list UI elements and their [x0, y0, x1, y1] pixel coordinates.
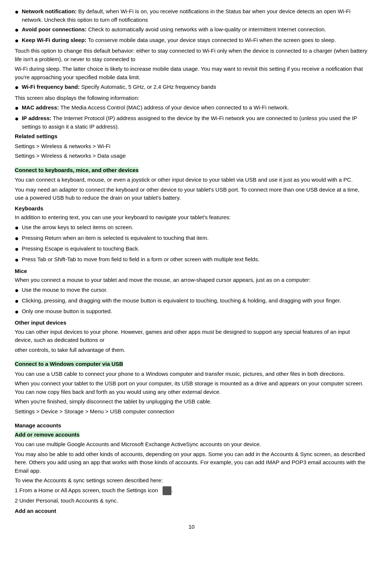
bullet-dot-6: ●	[15, 114, 19, 123]
keyboards-intro-1: You can connect a keyboard, mouse, or ev…	[15, 176, 368, 184]
windows-usb-section: Connect to a Windows computer via USB Yo…	[15, 360, 368, 416]
windows-usb-settings: Settings > Device > Storage > Menu > USB…	[15, 407, 368, 416]
bullet-dot-7: ●	[15, 223, 19, 232]
related-settings-data: Settings > Wireless & networks > Data us…	[15, 152, 368, 160]
keyboards-mice-section: Connect to keyboards, mice, and other de…	[15, 166, 368, 354]
bullet-dot-11: ●	[15, 286, 19, 295]
wifi-sleep-detail-1: Touch this option to change this default…	[15, 47, 368, 63]
mouse-cursor-item: ● Use the mouse to move the cursor.	[15, 286, 368, 295]
keyboards-heading: Connect to keyboards, mice, and other de…	[15, 166, 368, 175]
manage-accounts-section: Manage accounts Add or remove accounts Y…	[15, 421, 368, 515]
other-input-text-1: You can other input devices to your phon…	[15, 328, 368, 344]
manage-accounts-step-2: 2 Under Personal, touch Accounts & sync.	[15, 497, 368, 505]
keyboards-subheading: Keyboards	[15, 204, 368, 213]
network-notifications-section: ● Network notification: By default, when…	[15, 7, 368, 160]
network-notification-item: ● Network notification: By default, when…	[15, 7, 368, 24]
keep-wifi-sleep-item: ● Keep Wi-Fi during sleep: To conserve m…	[15, 36, 368, 45]
wifi-freq-band-text: Wi-Fi frequency band: Specify Automatic,…	[22, 83, 216, 91]
bullet-dot-4: ●	[15, 83, 19, 92]
bullet-dot-3: ●	[15, 36, 19, 45]
wifi-sleep-detail-2: Wi-Fi during sleep. The latter choice is…	[15, 65, 368, 81]
avoid-poor-connections-text: Avoid poor connections: Check to automat…	[22, 25, 326, 34]
arrow-keys-text: Use the arrow keys to select items on sc…	[22, 223, 133, 232]
bullet-dot-5: ●	[15, 104, 19, 113]
press-tab-text: Press Tab or Shift-Tab to move from fiel…	[22, 255, 260, 264]
wifi-freq-band-item: ● Wi-Fi frequency band: Specify Automati…	[15, 83, 368, 92]
manage-accounts-text-2: You may also be able to add other kinds …	[15, 450, 368, 475]
manage-accounts-text-3: To view the Accounts & sync settings scr…	[15, 476, 368, 485]
avoid-poor-connections-item: ● Avoid poor connections: Check to autom…	[15, 25, 368, 35]
ip-address-item: ● IP address: The Internet Protocol (IP)…	[15, 114, 368, 131]
add-remove-accounts-heading: Add or remove accounts	[15, 431, 368, 439]
bullet-dot-13: ●	[15, 307, 19, 316]
windows-usb-text-2: When you connect your tablet to the USB …	[15, 379, 368, 396]
mice-intro: When you connect a mouse to your tablet …	[15, 276, 368, 284]
mouse-one-button-text: Only one mouse button is supported.	[22, 307, 112, 316]
windows-usb-text-1: You can use a USB cable to connect your …	[15, 370, 368, 378]
bullet-dot-8: ●	[15, 234, 19, 243]
bullet-dot-9: ●	[15, 245, 19, 254]
pressing-escape-item: ● Pressing Escape is equivalent to touch…	[15, 245, 368, 254]
mouse-clicking-text: Clicking, pressing, and dragging with th…	[22, 297, 341, 305]
mac-address-text: MAC address: The Media Access Control (M…	[22, 104, 289, 112]
settings-icon	[163, 486, 171, 495]
pressing-return-item: ● Pressing Return when an item is select…	[15, 234, 368, 243]
bullet-dot-12: ●	[15, 297, 19, 306]
press-tab-item: ● Press Tab or Shift-Tab to move from fi…	[15, 255, 368, 265]
pressing-escape-text: Pressing Escape is equivalent to touchin…	[22, 245, 139, 253]
mouse-one-button-item: ● Only one mouse button is supported.	[15, 307, 368, 316]
bullet-dot: ●	[15, 7, 19, 17]
other-input-subheading: Other input devices	[15, 319, 368, 327]
mac-address-item: ● MAC address: The Media Access Control …	[15, 104, 368, 113]
ip-address-text: IP address: The Internet Protocol (IP) a…	[22, 114, 368, 131]
keyboards-features-intro: In addition to entering text, you can us…	[15, 213, 368, 222]
bullet-dot-10: ●	[15, 255, 19, 265]
add-account-subheading: Add an account	[15, 507, 368, 515]
windows-usb-text-3: When you're finished, simply disconnect …	[15, 398, 368, 406]
page-number: 10	[15, 523, 368, 531]
manage-accounts-step-1: 1 From a Home or All Apps screen, touch …	[15, 486, 368, 495]
page-content: ● Network notification: By default, when…	[15, 7, 368, 515]
bullet-dot-2: ●	[15, 25, 19, 35]
pressing-return-text: Pressing Return when an item is selected…	[22, 234, 209, 242]
related-settings-heading: Related settings	[15, 132, 368, 141]
related-settings-wifi: Settings > Wireless & networks > Wi-Fi	[15, 142, 368, 151]
arrow-keys-item: ● Use the arrow keys to select items on …	[15, 223, 368, 232]
mice-subheading: Mice	[15, 267, 368, 276]
screen-info-intro: This screen also displays the following …	[15, 94, 368, 102]
mouse-clicking-item: ● Clicking, pressing, and dragging with …	[15, 297, 368, 306]
windows-usb-heading: Connect to a Windows computer via USB	[15, 360, 368, 368]
other-input-text-2: other controls, to take full advantage o…	[15, 346, 368, 354]
keep-wifi-sleep-text: Keep Wi-Fi during sleep: To conserve mob…	[22, 36, 336, 45]
manage-accounts-heading: Manage accounts	[15, 421, 368, 430]
network-notification-text: Network notification: By default, when W…	[22, 7, 368, 24]
mouse-cursor-text: Use the mouse to move the cursor.	[22, 286, 108, 294]
manage-accounts-text-1: You can use multiple Google Accounts and…	[15, 440, 368, 449]
keyboards-intro-2: You may need an adapter to connect the k…	[15, 186, 368, 202]
